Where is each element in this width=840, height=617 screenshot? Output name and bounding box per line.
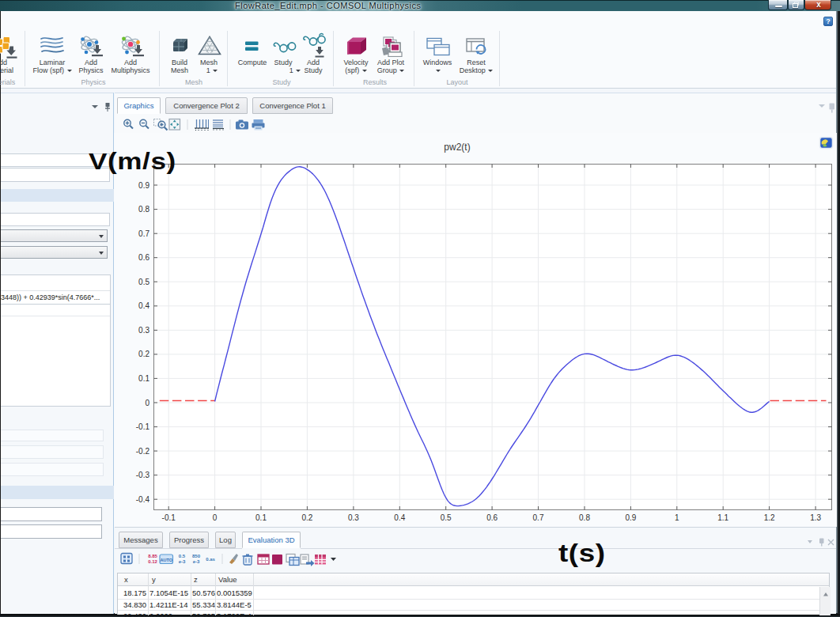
svg-text:0.2: 0.2 — [138, 350, 149, 358]
svg-text:1: 1 — [675, 513, 679, 522]
svg-text:0.8: 0.8 — [138, 205, 149, 214]
svg-text:0.as: 0.as — [206, 557, 215, 562]
svg-text:8.85: 8.85 — [148, 554, 157, 558]
svg-text:850: 850 — [192, 554, 201, 558]
svg-text:-0.1: -0.1 — [136, 422, 150, 431]
svg-text:-0.2: -0.2 — [136, 447, 150, 456]
svg-text:0.8: 0.8 — [579, 513, 590, 522]
svg-text:0.3: 0.3 — [138, 326, 149, 335]
svg-text:1.1: 1.1 — [717, 513, 728, 522]
svg-text:-0.1: -0.1 — [162, 513, 176, 522]
svg-text:AUTO: AUTO — [160, 558, 172, 562]
svg-text:1.3: 1.3 — [810, 513, 821, 522]
svg-text:0.1: 0.1 — [138, 374, 149, 383]
svg-text:pw2(t): pw2(t) — [444, 142, 470, 153]
svg-text:e-3: e-3 — [193, 559, 200, 564]
svg-text:0.9: 0.9 — [625, 513, 636, 522]
svg-text:0.1: 0.1 — [255, 513, 267, 522]
svg-text:0.9: 0.9 — [138, 181, 149, 190]
svg-text:0.5: 0.5 — [179, 554, 186, 558]
svg-text:e-3: e-3 — [179, 559, 186, 564]
svg-text:0: 0 — [213, 513, 218, 522]
svg-text:-0.3: -0.3 — [136, 471, 150, 479]
svg-text:0.6: 0.6 — [486, 513, 498, 522]
svg-text:0.6: 0.6 — [138, 253, 149, 262]
svg-text:0.12: 0.12 — [148, 559, 157, 564]
svg-text:0.5: 0.5 — [138, 278, 149, 286]
svg-text:0.4: 0.4 — [138, 301, 149, 310]
svg-text:0.7: 0.7 — [138, 229, 149, 238]
svg-text:-0.4: -0.4 — [136, 495, 150, 504]
svg-text:1.2: 1.2 — [764, 513, 775, 522]
svg-text:0.5: 0.5 — [441, 513, 452, 522]
svg-text:0.7: 0.7 — [533, 513, 544, 522]
svg-text:0.2: 0.2 — [301, 513, 312, 522]
svg-text:0: 0 — [145, 399, 149, 407]
svg-text:0.4: 0.4 — [394, 513, 405, 522]
svg-text:0.3: 0.3 — [348, 513, 359, 522]
